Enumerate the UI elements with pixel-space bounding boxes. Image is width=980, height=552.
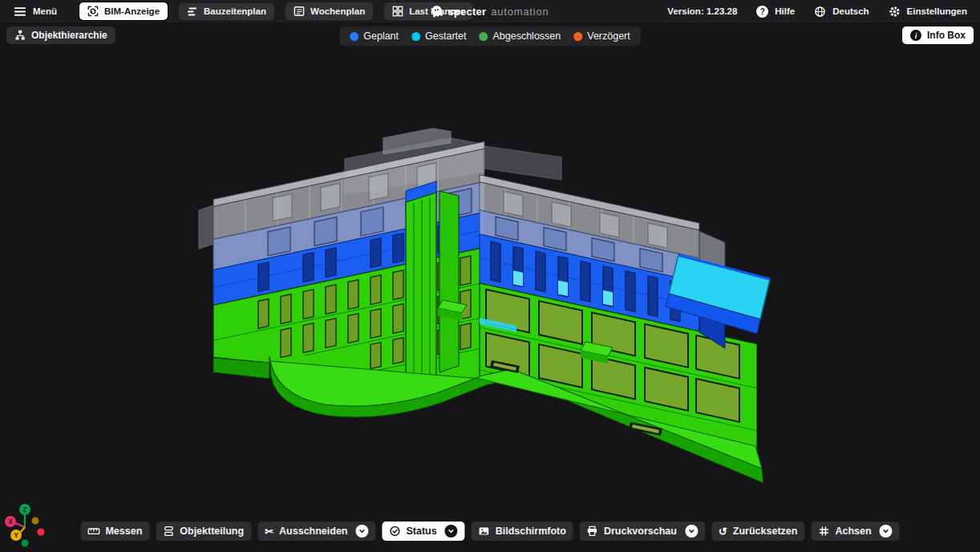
tool-label: Druckvorschau: [604, 526, 677, 537]
tab-label: Bauzeitenplan: [204, 6, 266, 16]
tab-label: BIM-Anzeige: [104, 6, 160, 16]
gizmo-x-axis[interactable]: X: [5, 516, 16, 527]
help-label: Hilfe: [775, 6, 795, 16]
legend-item-verzoegert: Verzögert: [573, 30, 630, 42]
gear-icon: [889, 6, 901, 18]
achsen-button[interactable]: Achsen: [811, 522, 899, 541]
tool-label: Messen: [105, 526, 142, 537]
split-icon: [163, 526, 174, 537]
gestartet-dot: [411, 32, 420, 41]
week-plan-icon: [294, 6, 305, 17]
abgeschlossen-dot: [479, 32, 488, 41]
hamburger-icon: [14, 6, 26, 17]
legend-item-geplant: Geplant: [350, 30, 399, 42]
settings-button[interactable]: Einstellungen: [889, 6, 967, 18]
brand-logo: specter automation: [431, 5, 549, 18]
language-button[interactable]: Deutsch: [814, 6, 869, 18]
chevron-down-icon: [447, 527, 456, 535]
viewer-canvas[interactable]: [0, 22, 980, 552]
axes-grid-icon: [818, 526, 829, 537]
objektteilung-button[interactable]: Objektteilung: [156, 522, 251, 541]
hierarchy-tree-icon: [14, 30, 26, 41]
ausschneiden-button[interactable]: ✂ Ausschneiden: [257, 522, 375, 541]
version-label: Version: 1.23.28: [667, 6, 737, 16]
screenshot-icon: [479, 526, 490, 537]
chevron-down-icon: [882, 527, 890, 535]
status-check-icon: [390, 526, 401, 537]
globe-icon: [814, 6, 826, 18]
tool-label: Achsen: [835, 526, 871, 537]
tab-wochenplan[interactable]: Wochenplan: [285, 2, 373, 20]
tool-label: Objektteilung: [180, 526, 244, 537]
gizmo-y-axis[interactable]: Y: [10, 530, 22, 541]
brand-name: specter: [448, 6, 487, 18]
tool-label: Ausschneiden: [279, 526, 347, 537]
object-hierarchy-button[interactable]: Objekthierarchie: [6, 26, 115, 44]
gizmo-axis-dot[interactable]: [38, 529, 45, 536]
help-button[interactable]: ? Hilfe: [756, 6, 795, 18]
tab-bim-anzeige[interactable]: BIM-Anzeige: [79, 2, 168, 20]
zuruecksetzen-button[interactable]: ↺ Zurücksetzen: [711, 522, 805, 541]
verzoegert-dot: [573, 32, 582, 41]
tab-bauzeitenplan[interactable]: Bauzeitenplan: [179, 3, 274, 20]
bim-view-icon: [87, 6, 99, 17]
reset-icon: ↺: [719, 526, 727, 537]
brand-suffix: automation: [491, 6, 549, 18]
tool-label: Zurücksetzen: [733, 526, 798, 537]
messen-button[interactable]: Messen: [80, 522, 149, 541]
menu-button[interactable]: Menü: [14, 6, 57, 17]
settings-label: Einstellungen: [907, 6, 967, 16]
legend-label: Abgeschlossen: [492, 30, 561, 42]
model-core: [406, 181, 459, 390]
grid-icon: [392, 6, 403, 17]
chevron-down-icon: [358, 527, 366, 535]
viewer-toolbar: Messen Objektteilung ✂ Ausschneiden: [80, 522, 899, 541]
gizmo-z-axis[interactable]: Z: [19, 504, 30, 515]
top-navigation-bar: Menü BIM-Anzeige Bauzeitenplan: [0, 0, 980, 22]
gizmo-x-label: X: [8, 518, 13, 526]
help-icon: ?: [756, 6, 768, 18]
ausschneiden-dropdown[interactable]: [356, 525, 369, 538]
legend-item-gestartet: Gestartet: [411, 30, 466, 42]
printer-icon: [587, 526, 598, 537]
object-hierarchy-label: Objekthierarchie: [31, 30, 107, 41]
ghost-icon: [431, 5, 443, 18]
tab-label: Wochenplan: [310, 6, 365, 16]
gizmo-y-label: Y: [14, 531, 18, 539]
ruler-icon: [87, 526, 99, 537]
status-button[interactable]: Status: [383, 522, 465, 541]
tool-label: Status: [407, 526, 437, 537]
legend-label: Geplant: [363, 30, 399, 42]
info-box-label: Info Box: [927, 30, 966, 41]
bim-model: [0, 0, 980, 552]
info-icon: i: [910, 30, 921, 41]
legend-label: Verzögert: [587, 30, 630, 42]
legend-label: Gestartet: [425, 30, 466, 42]
menu-label: Menü: [33, 6, 57, 16]
app-window: Menü BIM-Anzeige Bauzeitenplan: [0, 0, 980, 552]
gizmo-axis-dot[interactable]: [22, 540, 29, 547]
chevron-down-icon: [687, 527, 695, 535]
gizmo-axis-dot[interactable]: [32, 518, 39, 525]
geplant-dot: [350, 32, 358, 41]
status-legend: Geplant Gestartet Abgeschlossen Verzöger…: [339, 26, 641, 46]
gizmo-z-label: Z: [22, 505, 26, 513]
druckvorschau-dropdown[interactable]: [685, 525, 698, 538]
legend-item-abgeschlossen: Abgeschlossen: [479, 30, 561, 42]
gantt-icon: [187, 6, 198, 17]
tool-label: Bildschirmfoto: [496, 526, 566, 537]
druckvorschau-button[interactable]: Druckvorschau: [580, 522, 705, 541]
scissors-icon: ✂: [265, 526, 273, 537]
status-dropdown[interactable]: [445, 525, 458, 538]
achsen-dropdown[interactable]: [880, 525, 893, 538]
info-box-button[interactable]: i Info Box: [902, 26, 974, 44]
orientation-gizmo[interactable]: Z X Y: [3, 499, 55, 550]
language-label: Deutsch: [832, 6, 869, 16]
bildschirmfoto-button[interactable]: Bildschirmfoto: [472, 522, 573, 541]
